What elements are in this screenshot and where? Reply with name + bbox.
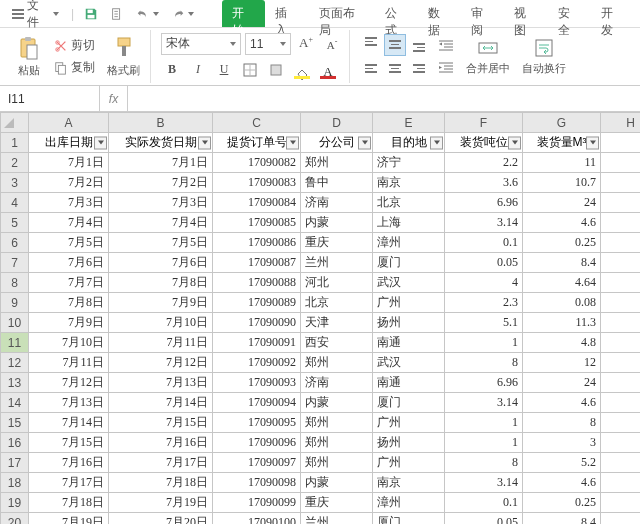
- row-header-13[interactable]: 13: [1, 373, 29, 393]
- sheet-area[interactable]: A B C D E F G H 1 出库日期 实际发货日期 提货订单号 分公司 …: [0, 112, 640, 524]
- cell[interactable]: 7月20日: [109, 513, 213, 525]
- cell[interactable]: 17090089: [213, 293, 301, 313]
- underline-button[interactable]: U: [213, 59, 235, 81]
- cell[interactable]: 郑州: [301, 153, 373, 173]
- row-header-18[interactable]: 18: [1, 473, 29, 493]
- filter-button[interactable]: [586, 136, 599, 149]
- row-header-15[interactable]: 15: [1, 413, 29, 433]
- cell[interactable]: 8.4: [523, 513, 601, 525]
- cell[interactable]: 济南: [301, 373, 373, 393]
- border-button[interactable]: [239, 59, 261, 81]
- header-cell[interactable]: 分公司: [301, 133, 373, 153]
- cell[interactable]: 郑州: [301, 353, 373, 373]
- cell[interactable]: 4.64: [523, 273, 601, 293]
- col-header-F[interactable]: F: [445, 113, 523, 133]
- cell[interactable]: [601, 373, 641, 393]
- cell[interactable]: 7月10日: [29, 333, 109, 353]
- header-cell[interactable]: 目的地: [373, 133, 445, 153]
- cell[interactable]: 7月17日: [29, 473, 109, 493]
- row-header-17[interactable]: 17: [1, 453, 29, 473]
- cell[interactable]: 5.1: [445, 313, 523, 333]
- tab-view[interactable]: 视图: [504, 0, 547, 27]
- row-header-5[interactable]: 5: [1, 213, 29, 233]
- cell[interactable]: 0.1: [445, 493, 523, 513]
- col-header-B[interactable]: B: [109, 113, 213, 133]
- undo-button[interactable]: [132, 4, 163, 24]
- cell[interactable]: [601, 193, 641, 213]
- cell[interactable]: 武汉: [373, 353, 445, 373]
- cell[interactable]: 4.8: [523, 333, 601, 353]
- cell[interactable]: 7月12日: [109, 353, 213, 373]
- decrease-font-button[interactable]: A-: [321, 33, 343, 55]
- cell[interactable]: 漳州: [373, 233, 445, 253]
- cell[interactable]: 7月16日: [29, 453, 109, 473]
- cell[interactable]: 1: [445, 333, 523, 353]
- cell[interactable]: 厦门: [373, 513, 445, 525]
- cell[interactable]: 武汉: [373, 273, 445, 293]
- cell[interactable]: 1: [445, 413, 523, 433]
- cell[interactable]: 7月17日: [109, 453, 213, 473]
- tab-data[interactable]: 数据: [418, 0, 461, 27]
- row-header-16[interactable]: 16: [1, 433, 29, 453]
- row-header-7[interactable]: 7: [1, 253, 29, 273]
- cell[interactable]: 北京: [301, 293, 373, 313]
- cell[interactable]: 南通: [373, 333, 445, 353]
- cell[interactable]: 8.4: [523, 253, 601, 273]
- tab-developer[interactable]: 开发: [591, 0, 634, 27]
- cell[interactable]: 12: [523, 353, 601, 373]
- cell[interactable]: 西安: [301, 333, 373, 353]
- col-header-E[interactable]: E: [373, 113, 445, 133]
- copy-button[interactable]: 复制: [50, 58, 99, 78]
- cell[interactable]: 17090083: [213, 173, 301, 193]
- font-size-combo[interactable]: 11: [245, 33, 291, 55]
- cell[interactable]: 17090082: [213, 153, 301, 173]
- cell[interactable]: 3: [523, 433, 601, 453]
- cell[interactable]: 0.25: [523, 493, 601, 513]
- cell[interactable]: 17090094: [213, 393, 301, 413]
- redo-button[interactable]: [167, 4, 198, 24]
- cell[interactable]: 3.6: [445, 173, 523, 193]
- header-cell[interactable]: 实际发货日期: [109, 133, 213, 153]
- cell[interactable]: 7月7日: [29, 273, 109, 293]
- cut-button[interactable]: 剪切: [50, 36, 99, 56]
- cell[interactable]: 济南: [301, 193, 373, 213]
- merge-center-button[interactable]: 合并居中: [462, 31, 514, 83]
- cell[interactable]: 7月18日: [29, 493, 109, 513]
- cell[interactable]: 7月4日: [29, 213, 109, 233]
- cell[interactable]: [601, 393, 641, 413]
- header-cell[interactable]: 装货量M³: [523, 133, 601, 153]
- cell[interactable]: 3.14: [445, 473, 523, 493]
- cell[interactable]: 24: [523, 193, 601, 213]
- filter-button[interactable]: [94, 136, 107, 149]
- cell[interactable]: 17090098: [213, 473, 301, 493]
- cell[interactable]: 17090086: [213, 233, 301, 253]
- font-color-button[interactable]: A: [317, 59, 339, 81]
- row-header-8[interactable]: 8: [1, 273, 29, 293]
- cell[interactable]: 广州: [373, 293, 445, 313]
- cell[interactable]: 7月18日: [109, 473, 213, 493]
- row-header-2[interactable]: 2: [1, 153, 29, 173]
- cell[interactable]: [601, 333, 641, 353]
- col-header-D[interactable]: D: [301, 113, 373, 133]
- cell[interactable]: 南通: [373, 373, 445, 393]
- row-header-19[interactable]: 19: [1, 493, 29, 513]
- tab-insert[interactable]: 插入: [265, 0, 308, 27]
- cell[interactable]: [601, 233, 641, 253]
- tab-formula[interactable]: 公式: [375, 0, 418, 27]
- cell[interactable]: 24: [523, 373, 601, 393]
- cell[interactable]: 3.14: [445, 393, 523, 413]
- cell[interactable]: 7月10日: [109, 313, 213, 333]
- cell[interactable]: 兰州: [301, 513, 373, 525]
- cell[interactable]: 7月1日: [29, 153, 109, 173]
- cell[interactable]: 17090090: [213, 313, 301, 333]
- cell[interactable]: 7月1日: [109, 153, 213, 173]
- cell[interactable]: 7月15日: [29, 433, 109, 453]
- cell[interactable]: 4.6: [523, 393, 601, 413]
- cell[interactable]: 8: [445, 453, 523, 473]
- cell[interactable]: 内蒙: [301, 473, 373, 493]
- quick-access-more[interactable]: [106, 4, 128, 24]
- cell[interactable]: 7月13日: [109, 373, 213, 393]
- save-button[interactable]: [80, 4, 102, 24]
- cell[interactable]: [601, 353, 641, 373]
- cell[interactable]: [601, 433, 641, 453]
